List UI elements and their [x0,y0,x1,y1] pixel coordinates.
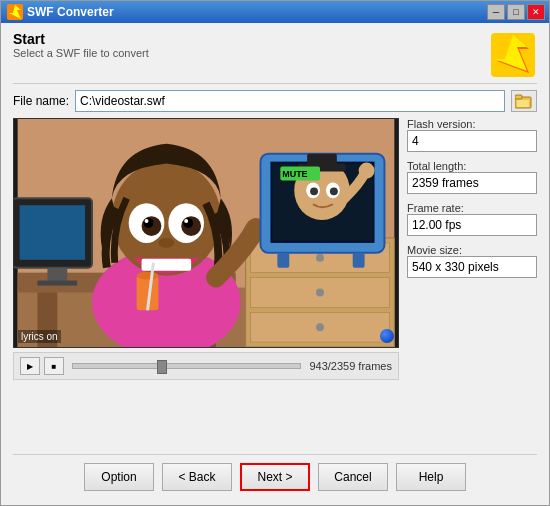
frame-rate-value: 12.00 fps [407,214,537,236]
svg-point-19 [316,323,324,331]
movie-size-value: 540 x 330 pixels [407,256,537,278]
playback-controls: ▶ ■ 943/2359 frames [13,352,399,380]
svg-point-37 [137,272,159,280]
title-bar-left: SWF Converter [7,4,114,20]
title-bar: SWF Converter ─ □ ✕ [1,1,549,23]
main-window: SWF Converter ─ □ ✕ Start Select a SWF f… [0,0,550,506]
main-area: MUTE lyrics on ▶ ■ [13,118,537,448]
svg-text:MUTE: MUTE [282,169,307,179]
progress-track[interactable] [72,363,301,369]
app-icon [7,4,23,20]
globe-icon [380,329,394,343]
svg-rect-44 [307,154,337,168]
page-subtitle: Select a SWF file to convert [13,47,149,59]
header-icon [489,31,537,79]
help-button[interactable]: Help [396,463,466,491]
video-frame: MUTE lyrics on [13,118,399,348]
window-controls: ─ □ ✕ [487,4,545,20]
total-length-label: Total length: [407,160,537,172]
minimize-button[interactable]: ─ [487,4,505,20]
svg-point-32 [145,219,149,223]
frame-rate-group: Frame rate: 12.00 fps [407,202,537,236]
svg-point-17 [316,254,324,262]
info-panel: Flash version: 4 Total length: 2359 fram… [407,118,537,448]
button-bar: Option < Back Next > Cancel Help [13,454,537,497]
svg-point-47 [310,187,318,195]
lyrics-overlay: lyrics on [18,330,61,343]
svg-point-33 [184,219,188,223]
svg-rect-22 [47,268,67,283]
flash-version-label: Flash version: [407,118,537,130]
preview-panel: MUTE lyrics on ▶ ■ [13,118,399,448]
page-title: Start [13,31,149,47]
file-row: File name: [13,90,537,112]
svg-rect-53 [353,253,365,268]
window-title: SWF Converter [27,5,114,19]
back-button[interactable]: < Back [162,463,232,491]
header-text: Start Select a SWF file to convert [13,31,149,59]
svg-rect-7 [517,100,529,107]
flash-version-group: Flash version: 4 [407,118,537,152]
option-button[interactable]: Option [84,463,154,491]
frame-rate-label: Frame rate: [407,202,537,214]
svg-rect-23 [37,281,77,286]
svg-rect-21 [20,205,85,260]
svg-point-48 [330,187,338,195]
file-label: File name: [13,94,69,108]
content-area: Start Select a SWF file to convert File … [1,23,549,505]
total-length-value: 2359 frames [407,172,537,194]
flash-version-value: 4 [407,130,537,152]
svg-point-49 [359,163,375,179]
file-input[interactable] [75,90,505,112]
svg-rect-35 [142,259,192,271]
close-button[interactable]: ✕ [527,4,545,20]
svg-point-31 [183,218,193,228]
frame-counter: 943/2359 frames [309,360,392,372]
stop-button[interactable]: ■ [44,357,64,375]
progress-thumb[interactable] [157,360,167,374]
maximize-button[interactable]: □ [507,4,525,20]
svg-point-18 [316,289,324,297]
svg-rect-6 [515,95,522,99]
total-length-group: Total length: 2359 frames [407,160,537,194]
movie-size-group: Movie size: 540 x 330 pixels [407,244,537,278]
svg-point-34 [158,238,174,248]
browse-button[interactable] [511,90,537,112]
svg-rect-52 [277,253,289,268]
cancel-button[interactable]: Cancel [318,463,388,491]
movie-size-label: Movie size: [407,244,537,256]
header-section: Start Select a SWF file to convert [13,31,537,84]
svg-point-30 [144,218,154,228]
play-button[interactable]: ▶ [20,357,40,375]
next-button[interactable]: Next > [240,463,310,491]
